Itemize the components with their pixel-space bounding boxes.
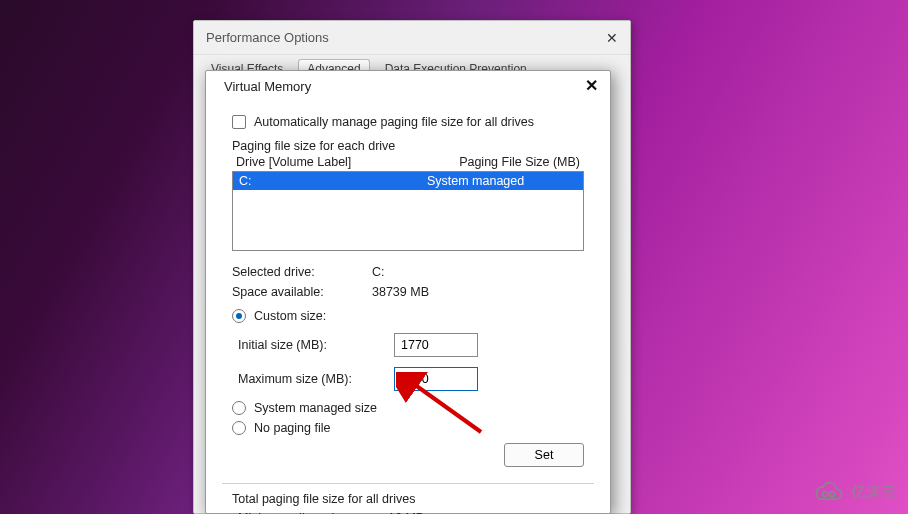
selected-drive-value: C: (372, 265, 385, 279)
drive-row[interactable]: C: System managed (233, 172, 583, 190)
vm-titlebar: Virtual Memory ✕ (206, 71, 610, 101)
radio-custom-label: Custom size: (254, 309, 326, 323)
space-available-value: 38739 MB (372, 285, 429, 299)
drive-list-header: Drive [Volume Label] Paging File Size (M… (232, 155, 584, 171)
radio-custom-size[interactable] (232, 309, 246, 323)
virtual-memory-dialog: Virtual Memory ✕ Automatically manage pa… (205, 70, 611, 514)
radio-none-label: No paging file (254, 421, 330, 435)
maximum-size-input[interactable] (394, 367, 478, 391)
space-available-label: Space available: (232, 285, 372, 299)
watermark: 亿速云 (811, 480, 896, 504)
radio-no-paging[interactable] (232, 421, 246, 435)
svg-point-2 (830, 492, 835, 497)
cloud-icon (811, 480, 845, 504)
svg-point-1 (823, 492, 828, 497)
radio-system-managed[interactable] (232, 401, 246, 415)
perf-title: Performance Options (206, 30, 329, 45)
perf-titlebar: Performance Options ✕ (194, 21, 630, 55)
totals-label: Total paging file size for all drives (232, 492, 584, 506)
header-drive: Drive [Volume Label] (236, 155, 351, 169)
initial-size-label: Initial size (MB): (238, 338, 394, 352)
radio-system-label: System managed size (254, 401, 377, 415)
drive-status: System managed (374, 174, 577, 188)
perf-close-icon[interactable]: ✕ (606, 30, 618, 46)
drive-name: C: (239, 174, 374, 188)
initial-size-input[interactable] (394, 333, 478, 357)
vm-close-icon[interactable]: ✕ (585, 78, 598, 94)
drive-list[interactable]: C: System managed (232, 171, 584, 251)
vm-title: Virtual Memory (224, 79, 311, 94)
auto-manage-label: Automatically manage paging file size fo… (254, 115, 534, 129)
set-button[interactable]: Set (504, 443, 584, 467)
paging-group-label: Paging file size for each drive (232, 139, 584, 153)
maximum-size-label: Maximum size (MB): (238, 372, 394, 386)
auto-manage-checkbox[interactable] (232, 115, 246, 129)
selected-drive-label: Selected drive: (232, 265, 372, 279)
header-size: Paging File Size (MB) (459, 155, 580, 169)
watermark-text: 亿速云 (851, 483, 896, 502)
